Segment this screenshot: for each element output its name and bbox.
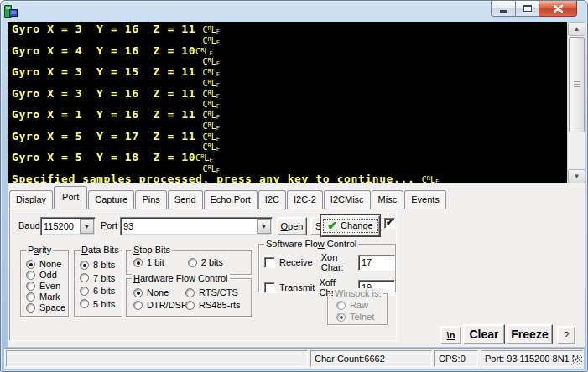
radio-label: Mark [39,292,60,302]
scroll-down-button[interactable]: ▼ [568,169,585,183]
statusbar-spacer [6,350,308,367]
radio-none[interactable]: None [26,259,68,269]
scroll-up-button[interactable]: ▲ [568,22,585,36]
radio-rts-cts[interactable]: RTS/CTS [185,287,251,297]
transmit-checkbox[interactable] [264,282,275,293]
chevron-down-icon[interactable]: ▼ [257,219,271,234]
group-title: Winsock is: [333,288,383,298]
radio-button-icon[interactable] [80,299,89,308]
radio-button-icon[interactable] [133,301,143,310]
freeze-button[interactable]: Freeze [507,324,553,344]
radio-button-icon[interactable] [185,301,195,310]
open-button[interactable]: Open [277,217,307,235]
clear-button[interactable]: Clear [463,324,505,344]
radio-button-icon[interactable] [133,258,143,267]
change-checkbox[interactable] [384,218,395,229]
radio-button-icon[interactable] [185,288,195,297]
tab-i2c-2[interactable]: I2C-2 [287,190,323,209]
tab-echo-port[interactable]: Echo Port [204,190,258,209]
app-icon [3,4,18,19]
radio-odd[interactable]: Odd [26,270,68,280]
parity-group: ParityNoneOddEvenMarkSpace [20,250,69,317]
tab-display[interactable]: Display [9,190,53,209]
radio-button-icon [336,301,346,310]
radio-button-icon[interactable] [26,260,35,269]
resize-grip-icon[interactable] [571,355,581,365]
radio-none[interactable]: None [133,287,185,297]
winsock-group: Winsock is:RawTelnet [327,293,388,325]
scrollbar-track[interactable] [568,36,585,169]
tab-send[interactable]: Send [168,190,203,209]
tab-misc[interactable]: Misc [372,190,404,209]
group-title: Parity [26,245,53,255]
tab-i2c[interactable]: I2C [258,190,286,209]
xon-char-label: Xon Char: [321,252,354,272]
help-button[interactable]: ? [557,326,575,344]
port-combobox[interactable]: 93 ▼ [120,217,273,235]
realterm-window: Gyro X = 3 Y = 16 Z = 11 CRLF CRLFGyro X… [0,0,588,372]
terminal-line: Specified samples processed, press any k… [12,173,567,184]
maximize-button[interactable] [515,1,539,17]
radio-label: 5 bits [93,299,115,309]
maximize-icon [523,5,532,12]
tab-pins[interactable]: Pins [135,190,166,209]
radio-even[interactable]: Even [26,281,68,291]
radio-label: DTR/DSR [147,300,188,310]
xon-char-input[interactable] [358,255,395,271]
close-button[interactable] [539,1,577,17]
baud-combobox[interactable]: 115200 ▼ [40,217,96,235]
crlf-marker: CRLF [203,36,221,45]
radio-raw: Raw [336,300,387,310]
change-button[interactable]: ✔Change [321,215,380,236]
group-title: Hardware Flow Control [132,273,230,283]
radio-7-bits[interactable]: 7 bits [80,273,122,283]
terminal-output[interactable]: Gyro X = 3 Y = 16 Z = 11 CRLF CRLFGyro X… [8,22,567,183]
radio-label: Telnet [350,312,374,322]
newline-button[interactable]: \n [440,326,461,344]
tab-page: DisplayPortCapturePinsSendEcho PortI2CI2… [8,183,585,347]
port-label: Port [101,220,117,230]
receive-checkbox[interactable] [264,257,275,268]
radio-dtr-dsr[interactable]: DTR/DSR [133,300,185,310]
radio-8-bits[interactable]: 8 bits [80,260,122,270]
close-icon [554,5,563,13]
radio-2-bits[interactable]: 2 bits [188,257,223,267]
radio-space[interactable]: Space [26,302,68,313]
radio-button-icon[interactable] [133,288,143,297]
radio-label: None [39,259,61,269]
radio-button-icon[interactable] [26,271,35,280]
chevron-down-icon[interactable]: ▼ [80,219,94,234]
tab-i2cmisc[interactable]: I2CMisc [324,190,371,209]
radio-mark[interactable]: Mark [26,292,68,302]
radio-button-icon[interactable] [26,292,35,302]
crlf-marker: CRLF [203,57,221,66]
scrollbar-thumb[interactable] [569,37,585,132]
radio-6-bits[interactable]: 6 bits [80,286,122,296]
radio-button-icon[interactable] [188,258,197,267]
crlf-marker: CRLF [422,175,440,184]
radio-rs485-rts[interactable]: RS485-rts [185,300,251,310]
radio-5-bits[interactable]: 5 bits [80,299,122,309]
char-count: Char Count:6662 [310,350,432,367]
port-settings-panel: Baud 115200 ▼ Port 93 ▼ Open Spy ✔Change… [9,209,397,341]
radio-button-icon[interactable] [80,287,89,296]
radio-label: 1 bit [147,257,164,267]
radio-telnet: Telnet [336,312,387,322]
radio-button-icon[interactable] [80,273,89,282]
radio-label: Even [39,281,60,291]
radio-1-bit[interactable]: 1 bit [133,257,164,267]
radio-label: RTS/CTS [199,287,238,297]
radio-button-icon[interactable] [80,261,89,270]
radio-button-icon[interactable] [26,282,35,291]
radio-button-icon[interactable] [26,303,35,313]
hardware-flow-control-group: Hardware Flow ControlNoneRTS/CTSDTR/DSRR… [126,278,252,317]
terminal-scrollbar[interactable]: ▲ ▼ [567,22,585,183]
tab-events[interactable]: Events [404,190,446,209]
tab-capture[interactable]: Capture [88,190,134,209]
crlf-marker: CRLF [203,111,221,120]
titlebar[interactable] [1,1,587,22]
tab-port[interactable]: Port [54,186,87,209]
minimize-button[interactable] [491,1,515,17]
tab-strip: DisplayPortCapturePinsSendEcho PortI2CI2… [9,186,584,209]
baud-label: Baud [18,220,40,230]
